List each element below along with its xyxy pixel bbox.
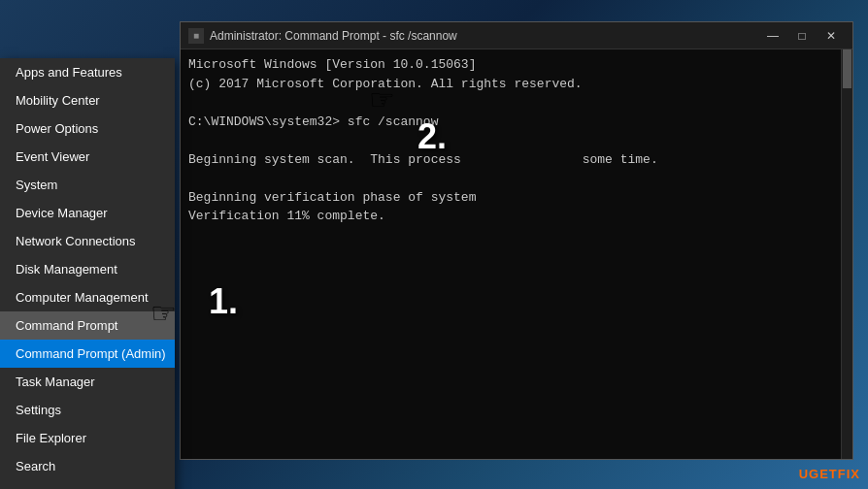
cmd-window: ■ Administrator: Command Prompt - sfc /s…: [180, 21, 853, 460]
menu-item-command-prompt-admin[interactable]: Command Prompt (Admin): [0, 340, 175, 368]
menu-item-computer-management[interactable]: Computer Management: [0, 283, 175, 311]
menu-item-run[interactable]: Run: [0, 480, 175, 489]
scrollbar-thumb[interactable]: [843, 49, 851, 88]
minimize-button[interactable]: —: [759, 24, 786, 48]
menu-item-power-options[interactable]: Power Options: [0, 114, 175, 143]
hand-cursor-1: ☞: [150, 296, 177, 330]
menu-item-event-viewer[interactable]: Event Viewer: [0, 143, 175, 171]
menu-item-command-prompt[interactable]: Command Prompt: [0, 311, 175, 340]
menu-item-search[interactable]: Search: [0, 452, 175, 480]
menu-item-mobility-center[interactable]: Mobility Center: [0, 86, 175, 114]
step-1-label: 1.: [209, 281, 238, 322]
cmd-controls: — □ ✕: [759, 24, 845, 48]
menu-item-task-manager[interactable]: Task Manager: [0, 368, 175, 396]
menu-item-disk-management[interactable]: Disk Management: [0, 255, 175, 283]
cmd-title-text: Administrator: Command Prompt - sfc /sca…: [210, 29, 759, 43]
context-menu: Apps and Features Mobility Center Power …: [0, 58, 175, 489]
scrollbar[interactable]: [841, 49, 852, 459]
cmd-titlebar: ■ Administrator: Command Prompt - sfc /s…: [181, 22, 852, 49]
menu-item-file-explorer[interactable]: File Explorer: [0, 424, 175, 452]
cmd-body: Microsoft Windows [Version 10.0.15063] (…: [181, 49, 852, 459]
maximize-button[interactable]: □: [788, 24, 816, 48]
cmd-output: Microsoft Windows [Version 10.0.15063] (…: [188, 55, 845, 226]
watermark-accent: E: [819, 467, 829, 481]
menu-item-network-connections[interactable]: Network Connections: [0, 227, 175, 255]
watermark-prefix: UG: [799, 467, 820, 481]
cmd-icon: ■: [188, 28, 204, 44]
menu-item-device-manager[interactable]: Device Manager: [0, 199, 175, 227]
step-2-label: 2.: [417, 116, 447, 157]
menu-item-apps-features[interactable]: Apps and Features: [0, 58, 175, 86]
menu-item-system[interactable]: System: [0, 171, 175, 199]
close-button[interactable]: ✕: [818, 24, 845, 48]
hand-cursor-2: ☞: [369, 82, 395, 116]
watermark-suffix: TFIX: [829, 467, 860, 481]
menu-item-settings[interactable]: Settings: [0, 396, 175, 424]
watermark: UGETFIX: [799, 467, 860, 481]
